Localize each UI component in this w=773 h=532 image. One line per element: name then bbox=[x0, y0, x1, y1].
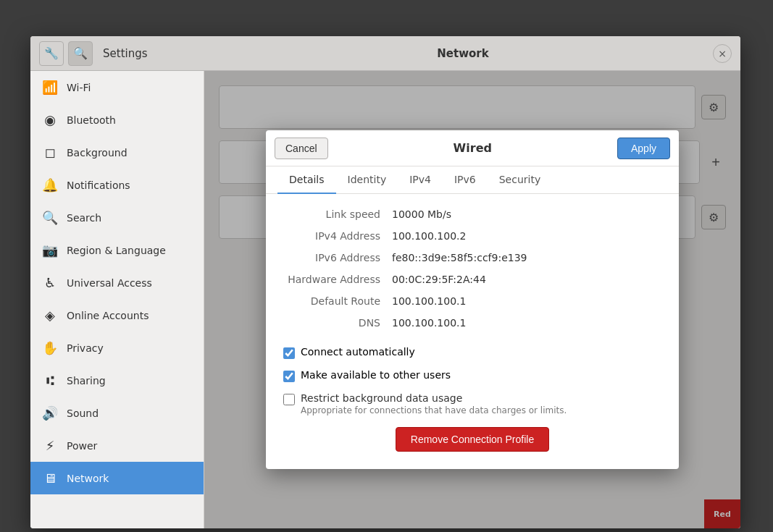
sidebar-item-privacy[interactable]: ✋ Privacy bbox=[30, 332, 204, 364]
settings-window: 🔧 🔍 Settings Network × 📶 Wi-Fi ◉ Bluetoo… bbox=[30, 36, 740, 528]
remove-connection-button[interactable]: Remove Connection Profile bbox=[396, 427, 549, 452]
restrict-data-label: Restrict background data usage bbox=[301, 392, 567, 404]
tab-details[interactable]: Details bbox=[277, 166, 336, 194]
search-icon: 🔍 bbox=[42, 210, 58, 225]
connect-auto-checkbox[interactable] bbox=[283, 347, 295, 359]
default-route-label: Default Route bbox=[283, 295, 392, 307]
sidebar-item-online-accounts-label: Online Accounts bbox=[67, 310, 149, 321]
sidebar-item-sharing[interactable]: ⑆ Sharing bbox=[30, 364, 204, 397]
main-content: ⚙ + ⚙ Cancel Wire bbox=[204, 71, 740, 528]
sidebar-item-bluetooth[interactable]: ◉ Bluetooth bbox=[30, 104, 204, 136]
restrict-data-row: Restrict background data usage Appropria… bbox=[283, 392, 661, 415]
sidebar-item-sound[interactable]: 🔊 Sound bbox=[30, 397, 204, 429]
restrict-data-checkbox[interactable] bbox=[283, 394, 295, 405]
sidebar-item-wifi-label: Wi-Fi bbox=[67, 82, 91, 93]
sidebar-item-notifications[interactable]: 🔔 Notifications bbox=[30, 169, 204, 201]
sidebar-item-background[interactable]: ◻ Background bbox=[30, 136, 204, 169]
wifi-icon: 📶 bbox=[42, 80, 58, 95]
sidebar-item-power[interactable]: ⚡ Power bbox=[30, 429, 204, 462]
tab-ipv4[interactable]: IPv4 bbox=[398, 166, 443, 194]
modal-overlay: Cancel Wired Apply Details Identity IPv4… bbox=[204, 71, 740, 528]
close-button[interactable]: × bbox=[713, 44, 732, 63]
restrict-data-sublabel: Appropriate for connections that have da… bbox=[301, 405, 567, 415]
titlebar-left: 🔧 🔍 Settings bbox=[39, 41, 213, 66]
hardware-address-value: 00:0C:29:5F:2A:44 bbox=[392, 274, 661, 285]
link-speed-value: 10000 Mb/s bbox=[392, 208, 661, 220]
sidebar-item-universal-access-label: Universal Access bbox=[67, 277, 152, 289]
sidebar-item-sharing-label: Sharing bbox=[67, 375, 106, 387]
dialog-title: Wired bbox=[328, 141, 617, 155]
sidebar-item-network-label: Network bbox=[67, 473, 109, 484]
network-icon: 🖥 bbox=[42, 470, 58, 486]
make-available-label[interactable]: Make available to other users bbox=[301, 369, 451, 381]
universal-access-icon: ♿ bbox=[42, 275, 58, 290]
background-icon: ◻ bbox=[42, 145, 58, 160]
bluetooth-icon: ◉ bbox=[42, 112, 58, 127]
sidebar: 📶 Wi-Fi ◉ Bluetooth ◻ Background 🔔 Notif… bbox=[30, 71, 204, 528]
sidebar-item-search-label: Search bbox=[67, 212, 101, 224]
search-icon-btn[interactable]: 🔍 bbox=[68, 41, 93, 66]
titlebar: 🔧 🔍 Settings Network × bbox=[30, 36, 740, 71]
sidebar-item-region-label: Region & Language bbox=[67, 245, 166, 256]
apply-button[interactable]: Apply bbox=[617, 138, 670, 159]
tab-security[interactable]: Security bbox=[488, 166, 553, 194]
info-grid: Link speed 10000 Mb/s IPv4 Address 100.1… bbox=[283, 208, 661, 329]
wired-dialog: Cancel Wired Apply Details Identity IPv4… bbox=[266, 130, 679, 469]
sidebar-item-region-language[interactable]: 📷 Region & Language bbox=[30, 234, 204, 266]
region-icon: 📷 bbox=[42, 242, 58, 258]
connect-auto-label[interactable]: Connect automatically bbox=[301, 346, 415, 358]
sidebar-item-online-accounts[interactable]: ◈ Online Accounts bbox=[30, 299, 204, 332]
ipv4-address-value: 100.100.100.2 bbox=[392, 230, 661, 242]
sidebar-item-search[interactable]: 🔍 Search bbox=[30, 201, 204, 234]
sidebar-item-universal-access[interactable]: ♿ Universal Access bbox=[30, 266, 204, 299]
ipv6-address-value: fe80::3d9e:58f5:ccf9:e139 bbox=[392, 252, 661, 263]
restrict-data-text: Restrict background data usage Appropria… bbox=[301, 392, 567, 415]
settings-icon-btn[interactable]: 🔧 bbox=[39, 41, 64, 66]
sidebar-item-bluetooth-label: Bluetooth bbox=[67, 114, 116, 126]
sidebar-item-sound-label: Sound bbox=[67, 408, 99, 419]
sharing-icon: ⑆ bbox=[42, 373, 58, 388]
cancel-button[interactable]: Cancel bbox=[275, 138, 328, 159]
dns-label: DNS bbox=[283, 317, 392, 329]
dialog-body: Link speed 10000 Mb/s IPv4 Address 100.1… bbox=[266, 194, 679, 469]
online-accounts-icon: ◈ bbox=[42, 308, 58, 323]
dialog-header: Cancel Wired Apply bbox=[266, 130, 679, 166]
make-available-row: Make available to other users bbox=[283, 369, 661, 382]
notifications-icon: 🔔 bbox=[42, 177, 58, 193]
sidebar-item-wifi[interactable]: 📶 Wi-Fi bbox=[30, 71, 204, 104]
sidebar-item-notifications-label: Notifications bbox=[67, 180, 130, 191]
sidebar-item-network[interactable]: 🖥 Network bbox=[30, 462, 204, 494]
make-available-checkbox[interactable] bbox=[283, 371, 295, 382]
default-route-value: 100.100.100.1 bbox=[392, 295, 661, 307]
privacy-icon: ✋ bbox=[42, 340, 58, 355]
sidebar-item-background-label: Background bbox=[67, 147, 128, 159]
hardware-address-label: Hardware Address bbox=[283, 274, 392, 285]
power-icon: ⚡ bbox=[42, 438, 58, 453]
tab-identity[interactable]: Identity bbox=[336, 166, 398, 194]
sidebar-item-power-label: Power bbox=[67, 440, 97, 452]
page-title: Network bbox=[213, 47, 713, 60]
tab-ipv6[interactable]: IPv6 bbox=[443, 166, 488, 194]
ipv4-address-label: IPv4 Address bbox=[283, 230, 392, 242]
ipv6-address-label: IPv6 Address bbox=[283, 252, 392, 263]
dialog-tabs: Details Identity IPv4 IPv6 Security bbox=[266, 166, 679, 194]
window-body: 📶 Wi-Fi ◉ Bluetooth ◻ Background 🔔 Notif… bbox=[30, 71, 740, 528]
link-speed-label: Link speed bbox=[283, 208, 392, 220]
connect-auto-row: Connect automatically bbox=[283, 346, 661, 359]
dns-value: 100.100.100.1 bbox=[392, 317, 661, 329]
sidebar-item-privacy-label: Privacy bbox=[67, 342, 104, 354]
app-title: Settings bbox=[103, 47, 148, 60]
sound-icon: 🔊 bbox=[42, 405, 58, 421]
